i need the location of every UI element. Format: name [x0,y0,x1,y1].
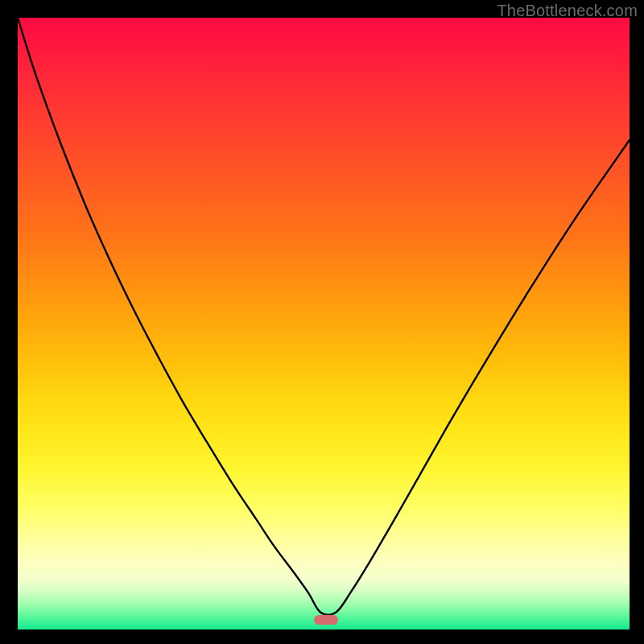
plot-area [18,18,630,630]
curve-path [18,18,630,615]
bottleneck-curve [18,18,630,630]
chart-frame: TheBottleneck.com [0,0,644,644]
optimum-marker [314,615,338,625]
watermark-text: TheBottleneck.com [497,2,638,20]
